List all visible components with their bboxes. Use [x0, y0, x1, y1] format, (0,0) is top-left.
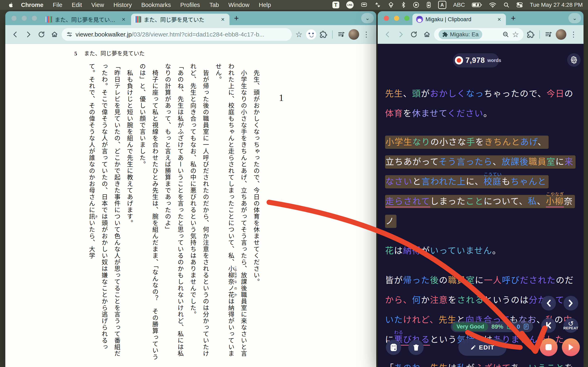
migaku-word[interactable]: と — [412, 177, 421, 186]
play-button[interactable] — [562, 338, 580, 356]
mask-app-icon[interactable] — [388, 2, 394, 8]
reader-page[interactable]: 5 また、同じ夢を見ていた 1 先生、頭がおかしくなっちゃったので、今日の体育を… — [5, 44, 376, 367]
migaku-word[interactable]: 小柳こやなぎ — [546, 197, 564, 207]
menu-file[interactable]: File — [48, 2, 67, 8]
forward-button[interactable] — [22, 29, 34, 40]
migaku-word[interactable]: が — [466, 363, 475, 367]
menu-edit[interactable]: Edit — [67, 2, 86, 8]
migaku-word[interactable]: 、 — [537, 137, 546, 147]
migaku-word[interactable]: について、 — [484, 197, 528, 206]
migaku-word[interactable]: あげ — [520, 137, 537, 147]
migaku-word[interactable]: 放課後 — [502, 157, 528, 167]
extension-origin-chip[interactable]: Migaku: Ea — [439, 30, 482, 39]
migaku-word[interactable]: 、 — [493, 157, 502, 167]
reading-list-icon[interactable] — [336, 29, 347, 40]
zoom-window-button[interactable] — [32, 16, 37, 21]
migaku-word[interactable]: 、 — [537, 197, 546, 206]
migaku-word[interactable]: ふざけて — [475, 363, 511, 367]
migaku-word[interactable]: 立ちあがって — [385, 157, 439, 167]
tab-migaku-clipboard[interactable]: Migaku | Clipboard × — [412, 14, 506, 25]
migaku-word[interactable]: も — [502, 177, 511, 186]
url-text[interactable]: viewer.bookwalker.jp/03/28/viewer.html?c… — [76, 31, 264, 38]
migaku-word[interactable]: が — [421, 246, 430, 256]
delete-button[interactable] — [408, 340, 424, 355]
migaku-word[interactable]: 小学生 — [385, 137, 412, 147]
extensions-puzzle-icon[interactable] — [525, 29, 536, 40]
dock-app-icon[interactable] — [426, 2, 431, 8]
control-center-icon[interactable] — [516, 2, 523, 8]
migaku-word[interactable]: 職員 — [528, 157, 546, 167]
menu-chrome[interactable]: Chrome — [16, 2, 48, 8]
migaku-clipboard-panel[interactable]: 7,978 words 先生、頭がおかしくなっちゃったので、今日の体育を休ませて… — [378, 44, 584, 367]
migaku-word[interactable]: 、 — [421, 363, 430, 367]
migaku-word[interactable]: が — [421, 89, 430, 99]
migaku-word[interactable]: 来 — [564, 157, 573, 167]
migaku-word[interactable]: 職員 — [448, 275, 466, 285]
address-bar[interactable]: viewer.bookwalker.jp/03/28/viewer.html?c… — [62, 28, 292, 41]
menu-history[interactable]: History — [109, 2, 137, 8]
messages-icon[interactable] — [361, 2, 367, 8]
migaku-word[interactable]: というのは — [484, 295, 529, 305]
migaku-word[interactable]: という — [430, 335, 457, 344]
migaku-word[interactable]: か — [421, 295, 430, 305]
migaku-word[interactable]: 言われた — [421, 177, 457, 186]
site-settings-icon[interactable] — [66, 31, 73, 38]
migaku-word[interactable]: 何 — [412, 295, 421, 305]
migaku-word[interactable]: 校庭こうてい — [484, 177, 502, 186]
migaku-word[interactable]: しまった — [430, 197, 466, 206]
minimize-window-button[interactable] — [394, 16, 399, 21]
menu-window[interactable]: Window — [224, 2, 254, 8]
bookmark-star-icon[interactable]: ☆ — [293, 29, 305, 40]
extensions-puzzle-icon[interactable] — [318, 29, 329, 40]
menu-help[interactable]: Help — [254, 2, 276, 8]
migaku-word[interactable]: の — [564, 89, 573, 99]
zoom-out-page-icon[interactable] — [502, 31, 509, 38]
input-mode-label[interactable]: ABC — [453, 2, 465, 8]
play-status-icon[interactable] — [413, 2, 419, 8]
migaku-word[interactable]: 後 — [430, 275, 439, 285]
menu-view[interactable]: View — [86, 2, 109, 8]
migaku-word[interactable]: は — [394, 246, 403, 256]
migaku-word[interactable]: を — [403, 109, 412, 118]
line-app-icon[interactable]: LINE — [346, 1, 354, 8]
new-tab-button[interactable]: + — [232, 13, 241, 23]
bluetooth-icon[interactable] — [401, 2, 406, 8]
migaku-word[interactable]: きちんと — [484, 137, 520, 147]
migaku-word[interactable]: 。 — [484, 109, 493, 118]
home-button[interactable] — [49, 29, 61, 40]
home-button[interactable] — [421, 29, 433, 40]
migaku-word[interactable]: 頭 — [412, 89, 421, 99]
back-button[interactable] — [382, 29, 394, 40]
migaku-word[interactable]: 私 — [457, 363, 466, 367]
migaku-word[interactable]: 皆が — [385, 275, 403, 285]
migaku-word[interactable]: なさい — [385, 177, 412, 186]
chrome-menu-kebab-icon[interactable]: ⋮ — [568, 29, 579, 40]
migaku-word[interactable]: 手 — [466, 137, 475, 147]
edit-button[interactable]: EDIT — [458, 339, 507, 356]
migaku-word[interactable]: 体育 — [385, 109, 403, 118]
close-window-button[interactable] — [11, 16, 17, 21]
migaku-word[interactable]: いっていません — [430, 246, 492, 256]
spotlight-search-icon[interactable] — [503, 2, 509, 8]
close-window-button[interactable] — [384, 16, 389, 21]
migaku-word[interactable]: 私 — [528, 197, 537, 206]
apple-menu[interactable] — [8, 2, 14, 8]
input-source-icon[interactable]: A — [438, 1, 446, 9]
prev-sentence-button[interactable] — [541, 296, 556, 310]
migaku-word[interactable]: 言ったら — [457, 157, 493, 167]
menu-tab[interactable]: Tab — [205, 2, 224, 8]
migaku-word[interactable]: あー — [511, 363, 528, 367]
tab-close-icon[interactable]: × — [121, 16, 127, 23]
migaku-word[interactable]: を — [448, 295, 457, 305]
migaku-word[interactable]: 走らされて — [385, 197, 430, 207]
tab-close-icon[interactable]: × — [496, 16, 502, 23]
menu-clock[interactable]: Tue May 27 4:28 PM — [530, 2, 583, 8]
next-sentence-button[interactable] — [563, 296, 578, 310]
migaku-extension-icon[interactable] — [306, 29, 316, 40]
reload-button[interactable] — [408, 29, 420, 40]
forward-button[interactable] — [395, 29, 407, 40]
migaku-word[interactable]: あのね — [394, 363, 421, 367]
migaku-word[interactable]: いた — [385, 315, 403, 325]
migaku-word[interactable]: に — [555, 157, 564, 167]
migaku-word[interactable]: のだ — [556, 275, 574, 285]
